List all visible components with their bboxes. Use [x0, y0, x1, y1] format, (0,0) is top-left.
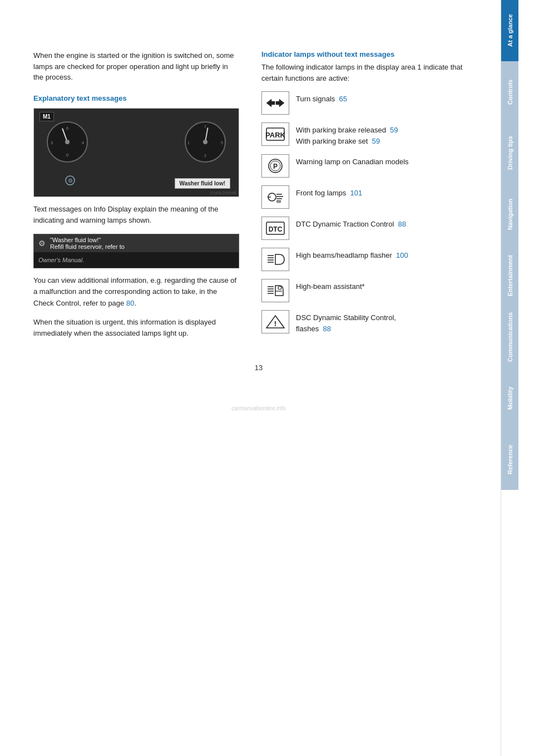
svg-text:1: 1	[187, 141, 190, 145]
indicator-row-high-beams: High beams/headlamp flasher 100	[261, 248, 473, 271]
indicator-row-dsc: ! DSC Dynamic Stability Control, flashes…	[261, 310, 473, 334]
washer-warning-badge: Washer fluid low!	[175, 178, 230, 189]
dtc-page[interactable]: 88	[398, 220, 406, 228]
parking-set-page[interactable]: 59	[372, 137, 380, 145]
indicator-row-fog: Front fog lamps 101	[261, 185, 473, 209]
link-page-80[interactable]: 80	[126, 299, 134, 307]
indicator-row-dtc: DTC DTC Dynamic Traction Control 88	[261, 217, 473, 240]
svg-text:!: !	[274, 320, 276, 328]
indicator-section-heading: Indicator lamps without text messages	[261, 50, 473, 58]
fog-lamp-icon	[265, 189, 285, 205]
dsc-icon: !	[265, 313, 285, 330]
dtc-icon-box: DTC	[261, 217, 289, 240]
caption1: Text messages on Info Display explain th…	[33, 204, 239, 226]
svg-text:4: 4	[82, 140, 85, 145]
main-content: When the engine is started or the igniti…	[0, 0, 501, 756]
canadian-text: Warning lamp on Canadian models	[296, 154, 409, 168]
high-beams-page[interactable]: 100	[396, 251, 408, 259]
sidebar-tab-reference[interactable]: Reference	[501, 429, 518, 490]
svg-text:5: 5	[221, 141, 223, 145]
svg-text:P: P	[273, 163, 278, 170]
image-watermark: S348LD/HHB	[210, 190, 236, 195]
right-column: Indicator lamps without text messages Th…	[261, 50, 473, 347]
high-beam-assistant-icon-box	[261, 279, 289, 302]
fog-text: Front fog lamps 101	[296, 185, 362, 199]
svg-text:DTC: DTC	[269, 225, 283, 233]
sidebar-tab-driving-tips[interactable]: Driving tips	[501, 122, 518, 184]
owner-manual-line: Owner's Manual.	[38, 257, 84, 263]
park-icon-box: PARK	[261, 122, 289, 146]
high-beam-assistant-text: High-beam assistant*	[296, 279, 365, 292]
info-display-header: ⚙ "Washer fluid low!" Refill fluid reser…	[34, 234, 239, 252]
svg-text:3: 3	[51, 140, 53, 145]
parking-released-page[interactable]: 59	[390, 126, 398, 134]
svg-text:6: 6	[66, 126, 69, 131]
turn-signals-icon	[265, 95, 285, 111]
high-beams-text: High beams/headlamp flasher 100	[296, 248, 408, 261]
dsc-icon-box: !	[261, 310, 289, 333]
sidebar-tab-controls[interactable]: Controls	[501, 61, 518, 122]
sidebar: At a glance Controls Driving tips Naviga…	[501, 0, 518, 756]
turn-signals-page[interactable]: 65	[339, 95, 347, 103]
speedometer: 7 2 1 5	[183, 120, 228, 166]
info-display-content: "Washer fluid low!" Refill fluid reservo…	[50, 237, 125, 250]
svg-marker-17	[276, 99, 284, 107]
dtc-icon: DTC	[265, 220, 285, 237]
caption2: You can view additional information, e.g…	[33, 275, 239, 308]
indicator-row-parking: PARK With parking brake released 59 With…	[261, 122, 473, 146]
indicator-row-turn-signals: Turn signals 65	[261, 91, 473, 115]
high-beams-icon	[265, 251, 285, 268]
caption2-period: .	[134, 299, 136, 307]
sidebar-tab-mobility[interactable]: Mobility	[501, 367, 518, 429]
svg-point-6	[65, 140, 70, 144]
caption3: When the situation is urgent, this infor…	[33, 317, 239, 339]
fog-icon-box	[261, 185, 289, 209]
indicator-row-canadian: P Warning lamp on Canadian models	[261, 154, 473, 178]
svg-text:2: 2	[204, 154, 206, 158]
turn-signals-text: Turn signals 65	[296, 91, 347, 105]
washer-symbol: ⚙	[65, 175, 76, 188]
sidebar-tab-at-a-glance[interactable]: At a glance	[501, 0, 518, 61]
info-line1: "Washer fluid low!"	[50, 237, 125, 243]
sidebar-tab-navigation[interactable]: Navigation	[501, 184, 518, 245]
dashboard-inner: M1 6 0 3 4	[34, 109, 239, 197]
dsc-text: DSC Dynamic Stability Control, flashes 8…	[296, 310, 396, 334]
dsc-page[interactable]: 88	[323, 325, 330, 333]
parking-text: With parking brake released 59 With park…	[296, 122, 398, 146]
svg-text:7: 7	[204, 125, 206, 129]
watermark: carmanualsonline.info	[33, 405, 484, 411]
info-line2: Refill fluid reservoir, refer to	[50, 243, 125, 250]
turn-signals-icon-box	[261, 91, 289, 115]
svg-text:PARK: PARK	[265, 131, 285, 139]
page-number: 13	[33, 364, 484, 372]
svg-point-13	[203, 140, 207, 144]
svg-point-39	[278, 286, 281, 289]
high-beams-icon-box	[261, 248, 289, 271]
dtc-text: DTC Dynamic Traction Control 88	[296, 217, 406, 230]
fog-page[interactable]: 101	[350, 189, 363, 197]
svg-marker-16	[266, 99, 275, 107]
info-display-box: ⚙ "Washer fluid low!" Refill fluid reser…	[33, 234, 239, 269]
left-column: When the engine is started or the igniti…	[33, 50, 239, 347]
canadian-warning-icon: P	[265, 158, 285, 174]
tachometer: 6 0 3 4	[45, 120, 90, 166]
indicator-row-high-beam-assistant: High-beam assistant*	[261, 279, 473, 302]
info-display-body: Owner's Manual.	[34, 252, 239, 268]
indicator-intro: The following indicator lamps in the dis…	[261, 62, 473, 84]
canadian-icon-box: P	[261, 154, 289, 178]
left-section-heading: Explanatory text messages	[33, 94, 239, 102]
intro-paragraph: When the engine is started or the igniti…	[33, 50, 239, 83]
sidebar-tab-entertainment[interactable]: Entertainment	[501, 245, 518, 306]
high-beam-assistant-icon	[265, 282, 285, 299]
washer-icon-small: ⚙	[38, 239, 46, 248]
park-icon: PARK	[265, 126, 285, 143]
sidebar-tab-communications[interactable]: Communications	[501, 306, 518, 367]
svg-text:⚙: ⚙	[68, 178, 73, 184]
dashboard-image: M1 6 0 3 4	[33, 108, 239, 197]
svg-text:0: 0	[66, 153, 69, 158]
two-column-layout: When the engine is started or the igniti…	[33, 50, 484, 347]
